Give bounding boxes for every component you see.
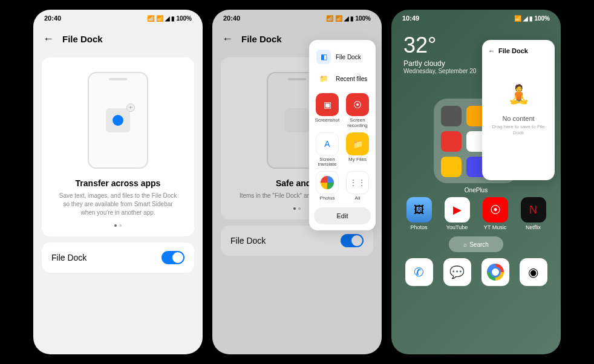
translate-icon: A	[316, 132, 339, 155]
app-row: 🖼 Photos ▶ YouTube ⦿ YT Music N Netflix	[391, 193, 561, 234]
toggle-switch[interactable]	[162, 251, 184, 264]
sidebar-item-file-dock[interactable]: ◧ File Dock	[314, 46, 371, 68]
page-title: File Dock	[62, 34, 103, 44]
yt-music-icon: ⦿	[483, 197, 508, 223]
info-card: + Transfer across apps Save text, images…	[42, 57, 194, 236]
phone-screen-1: 20:40 📶 📶 ◢ ▮100% ← File Dock + Transfer…	[33, 10, 203, 354]
search-button[interactable]: ⌕ Search	[449, 236, 503, 252]
app-photos[interactable]: 🖼 Photos	[406, 197, 432, 230]
file-dock-panel: ← File Dock 🧘 No content Drag here to sa…	[482, 40, 555, 180]
dock-chrome[interactable]	[481, 258, 509, 286]
dock: ✆ 💬 ◉	[391, 255, 561, 290]
status-icons: 📶 📶 ◢ ▮100%	[147, 15, 192, 22]
no-content-desc: Drag here to save to File Dock	[488, 124, 549, 137]
tool-photos[interactable]: Photos	[314, 171, 341, 201]
status-time: 20:40	[44, 15, 61, 22]
edit-button[interactable]: Edit	[314, 207, 371, 224]
app-tile[interactable]	[441, 106, 462, 126]
photos-icon	[316, 171, 339, 194]
phone-illustration: +	[88, 72, 148, 169]
sidebar-item-recent-files[interactable]: 📁 Recent files	[314, 68, 371, 89]
card-title: Transfer across apps	[51, 178, 184, 188]
folder-icon: 📁	[316, 71, 331, 86]
back-icon[interactable]: ←	[488, 47, 495, 54]
file-dock-header: ← File Dock	[488, 47, 549, 54]
empty-illustration: 🧘	[500, 79, 537, 109]
smart-sidebar: ◧ File Dock 📁 Recent files ▣ Screenshot …	[309, 40, 376, 230]
tool-screen-translate[interactable]: A Screen translate	[314, 132, 341, 168]
files-icon: 📁	[346, 132, 369, 155]
card-desc: Save text, images, and files to the File…	[51, 192, 184, 217]
file-dock-toggle-row[interactable]: File Dock	[42, 242, 194, 273]
no-content-label: No content	[488, 115, 549, 122]
page-indicator	[51, 224, 184, 227]
tool-my-files[interactable]: 📁 My Files	[344, 132, 371, 168]
all-icon: ⋮⋮	[346, 171, 369, 194]
dock-phone[interactable]: ✆	[405, 258, 433, 286]
tool-all[interactable]: ⋮⋮ All	[344, 171, 371, 201]
app-youtube[interactable]: ▶ YouTube	[445, 197, 470, 230]
app-yt-music[interactable]: ⦿ YT Music	[483, 197, 508, 230]
app-tile[interactable]	[441, 157, 462, 177]
file-dock-icon: ◧	[316, 50, 331, 64]
dock-camera[interactable]: ◉	[520, 258, 547, 286]
app-netflix[interactable]: N Netflix	[521, 197, 546, 230]
phone-screen-3: 10:49 📶 ◢ ▮100% 32° Partly cloudy Wednes…	[391, 10, 561, 354]
status-bar: 20:40 📶 📶 ◢ ▮100%	[33, 10, 203, 27]
youtube-icon: ▶	[445, 197, 470, 223]
status-icons: 📶 ◢ ▮100%	[514, 15, 550, 22]
dock-messages[interactable]: 💬	[443, 258, 471, 286]
back-icon[interactable]: ←	[43, 33, 54, 45]
screenshot-icon: ▣	[316, 93, 339, 116]
phone-screen-2: 20:40 📶 📶 ◢ ▮100% ← File Dock Safe and s…	[212, 10, 382, 354]
folder-label: OnePlus	[391, 187, 561, 193]
tool-screenshot[interactable]: ▣ Screenshot	[314, 93, 341, 129]
header: ← File Dock	[33, 27, 203, 51]
tool-screen-recording[interactable]: ⦿ Screen recording	[344, 93, 371, 129]
search-icon: ⌕	[463, 241, 467, 248]
record-icon: ⦿	[346, 93, 369, 116]
status-bar: 10:49 📶 ◢ ▮100%	[391, 10, 561, 27]
status-time: 10:49	[402, 15, 419, 22]
photos-app-icon: 🖼	[406, 197, 432, 223]
toggle-label: File Dock	[51, 253, 86, 262]
app-tile[interactable]	[441, 131, 462, 152]
netflix-icon: N	[521, 197, 546, 223]
